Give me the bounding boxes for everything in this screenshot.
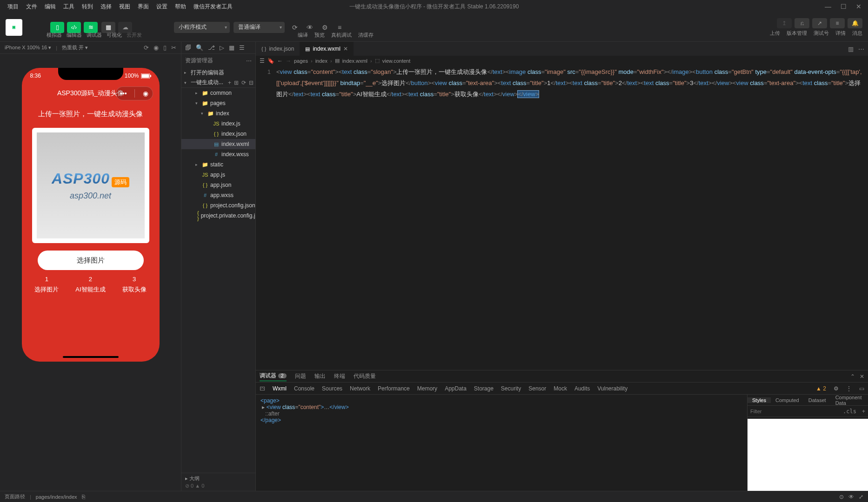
cloud-button[interactable]: ☁	[118, 22, 132, 33]
tree-item[interactable]: #app.wxss	[181, 190, 255, 200]
more-icon[interactable]: ⋯	[858, 46, 864, 53]
back-icon[interactable]: ←	[277, 58, 283, 64]
tree-item[interactable]: { }project.private.config.js...	[181, 211, 255, 221]
message-button[interactable]: 🔔	[848, 18, 862, 28]
close-icon[interactable]: ✕	[856, 3, 861, 10]
run-icon[interactable]: ▷	[220, 44, 224, 51]
target-icon[interactable]: ◉	[143, 90, 148, 97]
tree-item[interactable]: ▤index.wxml	[181, 139, 255, 149]
forward-icon[interactable]: →	[286, 58, 291, 64]
collapse-icon[interactable]: ⊟	[249, 79, 254, 86]
debugger-button[interactable]: ≋	[84, 22, 98, 33]
menu-dots-icon[interactable]: •••	[120, 90, 127, 97]
tree-item[interactable]: #index.wxss	[181, 149, 255, 159]
close-icon[interactable]: ✕	[860, 373, 864, 380]
dt-subtab[interactable]: Storage	[474, 385, 494, 392]
tree-item[interactable]: { }index.json	[181, 129, 255, 139]
git-icon[interactable]: ⎇	[208, 44, 215, 51]
dt-subtab[interactable]: Sources	[322, 385, 342, 392]
tree-item[interactable]: JSindex.js	[181, 119, 255, 129]
computed-tab[interactable]: Computed	[771, 397, 804, 403]
hot-reload[interactable]: 热重载 开 ▾	[62, 44, 88, 51]
editor-tab[interactable]: ▤index.wxml✕	[300, 42, 353, 56]
menu-item[interactable]: 转到	[78, 0, 97, 13]
detail-button[interactable]: ≡	[830, 18, 845, 28]
menu-item[interactable]: 设置	[153, 0, 171, 13]
new-folder-icon[interactable]: ⊞	[234, 79, 239, 86]
menu-item[interactable]: 工具	[60, 0, 78, 13]
dt-subtab[interactable]: Mock	[554, 385, 567, 392]
dt-tab[interactable]: 问题	[295, 372, 306, 380]
mobile-icon[interactable]: ▯	[163, 44, 167, 51]
component-tab[interactable]: Component Data	[831, 395, 868, 406]
mode-dropdown[interactable]: 小程序模式	[174, 22, 230, 33]
version-button[interactable]: ⎌	[795, 18, 809, 28]
cut-icon[interactable]: ✂	[171, 44, 176, 51]
add-icon[interactable]: +	[859, 408, 868, 415]
tree-item[interactable]: ▸📁static	[181, 159, 255, 170]
dt-subtab[interactable]: AppData	[445, 385, 467, 392]
dataset-tab[interactable]: Dataset	[804, 397, 831, 403]
menu-item[interactable]: 文件	[22, 0, 41, 13]
phone-simulator[interactable]: 8:36 100% ASP300源码_动漫头像 ••• ◉	[22, 68, 160, 362]
more-icon[interactable]: ⋯	[246, 58, 252, 64]
clear-cache-icon[interactable]: ≡	[333, 22, 346, 33]
menu-item[interactable]: 视图	[115, 0, 134, 13]
gear-icon[interactable]: ⚙	[834, 385, 839, 392]
chevron-up-icon[interactable]: ⌃	[850, 373, 855, 380]
menu-item[interactable]: 项目	[4, 0, 22, 13]
simulator-button[interactable]: ▯	[50, 22, 64, 33]
code-editor[interactable]: 1 <view class="content"><text class="slo…	[256, 66, 868, 370]
files-icon[interactable]: 🗐	[185, 44, 191, 51]
warning-badge[interactable]: ▲ 2	[816, 385, 826, 392]
bookmark-icon[interactable]: 🔖	[267, 58, 274, 64]
editor-button[interactable]: ‹/›	[67, 22, 81, 33]
dt-subtab[interactable]: Sensor	[528, 385, 546, 392]
stop-icon[interactable]: ◉	[154, 44, 159, 51]
dt-tab[interactable]: 终端	[334, 372, 345, 380]
list-icon[interactable]: ☰	[260, 58, 265, 64]
menu-item[interactable]: 界面	[134, 0, 153, 13]
dt-tab[interactable]: 调试器2	[260, 372, 287, 381]
dt-tab[interactable]: 输出	[314, 372, 326, 380]
search-icon[interactable]: 🔍	[196, 44, 203, 51]
dt-tab[interactable]: 代码质量	[354, 372, 376, 380]
split-icon[interactable]: ▥	[848, 46, 854, 53]
cls-toggle[interactable]: .cls	[840, 408, 859, 415]
menu-item[interactable]: 微信开发者工具	[190, 0, 236, 13]
tree-item[interactable]: ▾📁pages	[181, 98, 255, 108]
choose-image-button[interactable]: 选择图片	[38, 251, 144, 270]
device-debug-icon[interactable]: ⚙	[318, 22, 331, 33]
tree-item[interactable]: { }app.json	[181, 180, 255, 190]
close-icon[interactable]: ✕	[343, 46, 348, 52]
dt-subtab[interactable]: Performance	[378, 385, 410, 392]
device-select[interactable]: iPhone X 100% 16 ▾	[5, 45, 51, 51]
dock-icon[interactable]: ▭	[859, 385, 864, 392]
expand-icon[interactable]: ⤢	[859, 494, 863, 500]
visual-button[interactable]: ▦	[101, 22, 115, 33]
tree-item[interactable]: JSapp.js	[181, 170, 255, 180]
refresh-icon[interactable]: ⟳	[241, 79, 246, 86]
styles-tab[interactable]: Styles	[748, 397, 771, 403]
dt-subtab[interactable]: Security	[501, 385, 521, 392]
dt-subtab[interactable]: Vulnerability	[597, 385, 628, 392]
new-file-icon[interactable]: +	[228, 79, 231, 86]
refresh-icon[interactable]: ⟳	[144, 44, 149, 51]
dt-subtab[interactable]: Console	[294, 385, 314, 392]
upload-button[interactable]: ↥	[777, 18, 792, 28]
breadcrumb[interactable]: ☰ 🔖 ← → pages› index› ▤index.wxml› ⬚view…	[256, 56, 868, 66]
dt-subtab[interactable]: Network	[350, 385, 370, 392]
project-root[interactable]: ▾一键生成动...+⊞⟳⊟	[181, 78, 255, 88]
ext-icon[interactable]: ▦	[229, 44, 234, 51]
test-button[interactable]: ↗	[812, 18, 827, 28]
profile-icon[interactable]: ☰	[239, 44, 245, 51]
open-editors-header[interactable]: ▸打开的编辑器	[181, 67, 255, 78]
editor-tab[interactable]: { }index.json	[256, 42, 300, 56]
copy-icon[interactable]: ⎘	[82, 494, 85, 500]
maximize-icon[interactable]: ☐	[841, 3, 847, 10]
dt-subtab[interactable]: Audits	[574, 385, 590, 392]
menu-item[interactable]: 编辑	[41, 0, 60, 13]
compile-dropdown[interactable]: 普通编译	[234, 22, 285, 33]
preview-icon[interactable]: 👁	[303, 22, 316, 33]
target-icon[interactable]: ⊙	[839, 494, 844, 500]
